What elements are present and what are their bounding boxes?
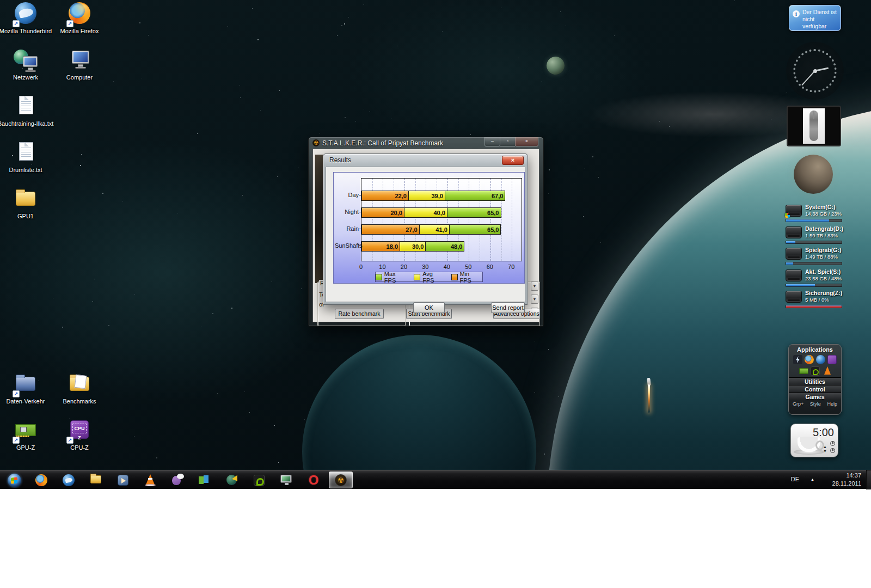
taskbar-item-explorer[interactable] bbox=[84, 471, 108, 488]
nvidia-app-icon[interactable] bbox=[811, 366, 820, 376]
drive-name: Sicherung(Z:) bbox=[805, 290, 842, 296]
tea-timer-reset-button[interactable] bbox=[830, 448, 835, 453]
chart-plot-area: 22,039,067,020,040,065,027,041,065,018,0… bbox=[361, 178, 522, 261]
opera-icon: O bbox=[306, 473, 321, 488]
results-dialog[interactable]: Results × 22,039,067,020,040,065,027,041… bbox=[323, 154, 528, 305]
drive-gadget-spielgrab-g-[interactable]: Spielgrab(G:) 1.49 TB / 88% bbox=[786, 247, 842, 268]
bar-segment: 39,0 bbox=[409, 191, 445, 201]
app-group-utilities[interactable]: Utilities bbox=[789, 377, 841, 385]
wallpaper-moon-small bbox=[547, 57, 565, 75]
vlc-app-icon[interactable] bbox=[824, 366, 831, 375]
apps-footer-style[interactable]: Style bbox=[810, 401, 821, 407]
tea-timer-clock-button[interactable] bbox=[830, 441, 835, 446]
taskbar[interactable]: O☢ DE ▲ 14:37 28.11.2011 bbox=[0, 470, 871, 489]
gpuz-app-icon[interactable] bbox=[799, 368, 808, 374]
desktop[interactable]: ↗Mozilla Thunderbird↗Mozilla FirefoxNetz… bbox=[0, 0, 871, 470]
applications-gadget[interactable]: Applications UtilitiesControlGames Grp+S… bbox=[788, 344, 842, 415]
cpuz-icon: CPU Z↗ bbox=[68, 419, 91, 443]
taskbar-item-thunderbird[interactable] bbox=[57, 471, 81, 488]
desktop-icon-gpu1[interactable]: GPU1 bbox=[0, 187, 56, 220]
windows-flag-icon bbox=[784, 212, 790, 218]
desktop-icon-benchmarks[interactable]: Benchmarks bbox=[50, 372, 109, 405]
hdd-icon bbox=[786, 270, 802, 281]
legend-label: Avg FPS bbox=[422, 271, 446, 284]
shortcut-arrow-icon: ↗ bbox=[13, 437, 20, 444]
taskbar-item-media-player[interactable] bbox=[111, 471, 135, 488]
results-titlebar[interactable]: Results × bbox=[323, 154, 527, 167]
drive-gadget-sicherung-z-[interactable]: Sicherung(Z:) 5 MB / 0% bbox=[786, 290, 842, 311]
analog-clock-gadget[interactable] bbox=[786, 42, 844, 100]
send-report-button[interactable]: Send report bbox=[491, 302, 525, 313]
folder-icon bbox=[14, 187, 38, 211]
tray-clock[interactable]: 14:37 28.11.2011 bbox=[832, 471, 861, 488]
drive-gadget-datengrab-d-[interactable]: Datengrab(D:) 1.59 TB / 83% bbox=[786, 225, 842, 247]
x-tick-label: 30 bbox=[418, 264, 432, 270]
category-label: Day bbox=[335, 192, 359, 198]
textfile-icon bbox=[14, 141, 38, 165]
taskbar-item-vlc[interactable] bbox=[138, 471, 162, 488]
taskbar-item-opera[interactable]: O bbox=[302, 471, 326, 488]
drive-gadget-akt-spiel-s-[interactable]: Akt. Spiel(S:) 23.58 GB / 48% bbox=[786, 268, 842, 290]
tea-timer-steppers[interactable]: ▲ ▼ bbox=[823, 445, 827, 454]
desktop-icon-netzwerk[interactable]: Netzwerk bbox=[0, 48, 56, 81]
drive-name: Spielgrab(G:) bbox=[805, 247, 842, 253]
bolt-app-icon[interactable] bbox=[793, 355, 802, 364]
tray-time: 14:37 bbox=[846, 472, 861, 479]
desktop-icon-label: GPU-Z bbox=[0, 444, 56, 451]
bar-row-sunshafts: 18,030,048,0 bbox=[361, 241, 464, 252]
firefox-app-icon[interactable] bbox=[805, 355, 814, 364]
desktop-icon-bauchtraining-ilka-txt[interactable]: Bauchtraining-Ilka.txt bbox=[0, 95, 56, 127]
taskbar-item-start[interactable] bbox=[2, 471, 26, 488]
language-indicator[interactable]: DE bbox=[791, 476, 799, 482]
thunderbird-app-icon[interactable] bbox=[816, 355, 825, 364]
desktop-icon-gpu-z[interactable]: ↗GPU-Z bbox=[0, 419, 56, 451]
drive-usage-bar bbox=[786, 262, 842, 265]
results-close-button[interactable]: × bbox=[502, 156, 524, 165]
bar-value-label: 67,0 bbox=[492, 193, 503, 199]
legend-swatch bbox=[414, 274, 420, 280]
tray-expand-icon[interactable]: ▲ bbox=[811, 477, 814, 481]
app-group-control[interactable]: Control bbox=[789, 385, 841, 393]
desktop-icon-label: GPU1 bbox=[0, 213, 56, 220]
combo-dropdown-button[interactable]: ▼ bbox=[531, 281, 538, 291]
taskbar-item-firefox[interactable] bbox=[29, 471, 53, 488]
service-notification-gadget[interactable]: i Der Dienst ist nicht verfügbar bbox=[789, 5, 841, 31]
combo-dropdown-button[interactable]: ▼ bbox=[531, 295, 538, 304]
desktop-icon-mozilla-firefox[interactable]: ↗Mozilla Firefox bbox=[50, 2, 109, 35]
rate-benchmark-button[interactable]: Rate benchmark bbox=[335, 309, 384, 319]
apps-footer-help[interactable]: Help bbox=[827, 401, 837, 407]
desktop-icon-label: Drumliste.txt bbox=[0, 167, 56, 174]
drive-usage: 1.59 TB / 83% bbox=[805, 232, 838, 238]
app-group-games[interactable]: Games bbox=[789, 393, 841, 400]
taskbar-item-pidgin[interactable] bbox=[165, 471, 189, 488]
taskbar-item-messenger[interactable] bbox=[193, 471, 217, 488]
picture-frame-gadget[interactable] bbox=[787, 106, 841, 146]
cpuz-app-icon[interactable] bbox=[827, 355, 837, 364]
bar-value-label: 20,0 bbox=[391, 210, 402, 216]
close-button[interactable]: × bbox=[515, 137, 538, 146]
tea-timer-gadget[interactable]: 5:00 ▲ ▼ bbox=[790, 424, 838, 457]
desktop-icon-computer[interactable]: Computer bbox=[50, 48, 109, 81]
minimize-button[interactable]: – bbox=[484, 137, 500, 146]
ok-button[interactable]: OK bbox=[413, 302, 445, 313]
show-desktop-button[interactable] bbox=[866, 470, 871, 489]
category-tick bbox=[359, 195, 361, 195]
desktop-icon-daten-verkehr[interactable]: ↗Daten-Verkehr bbox=[0, 372, 56, 405]
taskbar-item-downloader[interactable] bbox=[220, 471, 244, 488]
x-tick-label: 50 bbox=[461, 264, 475, 270]
legend-item: Max FPS bbox=[376, 271, 408, 284]
desktop-icon-drumliste-txt[interactable]: Drumliste.txt bbox=[0, 141, 56, 174]
category-label: SunShafts bbox=[335, 242, 359, 249]
drive-gadget-system-c-[interactable]: System(C:) 14.38 GB / 23% bbox=[786, 204, 842, 225]
taskbar-item-nvidia-settings[interactable] bbox=[247, 471, 271, 488]
taskbar-item-stalker-benchmark[interactable]: ☢ bbox=[329, 471, 353, 488]
desktop-icon-cpu-z[interactable]: CPU Z↗CPU-Z bbox=[50, 419, 109, 451]
bar-row-night: 20,040,065,0 bbox=[361, 207, 501, 218]
taskbar-item-remote-desktop[interactable] bbox=[274, 471, 298, 488]
legend-item: Avg FPS bbox=[414, 271, 445, 284]
screen: ↗Mozilla Thunderbird↗Mozilla FirefoxNetz… bbox=[0, 0, 871, 588]
apps-footer-grp[interactable]: Grp+ bbox=[793, 401, 803, 407]
desktop-icon-label: Computer bbox=[50, 74, 109, 81]
maximize-button[interactable]: ▫ bbox=[500, 137, 515, 146]
desktop-icon-mozilla-thunderbird[interactable]: ↗Mozilla Thunderbird bbox=[0, 2, 56, 35]
